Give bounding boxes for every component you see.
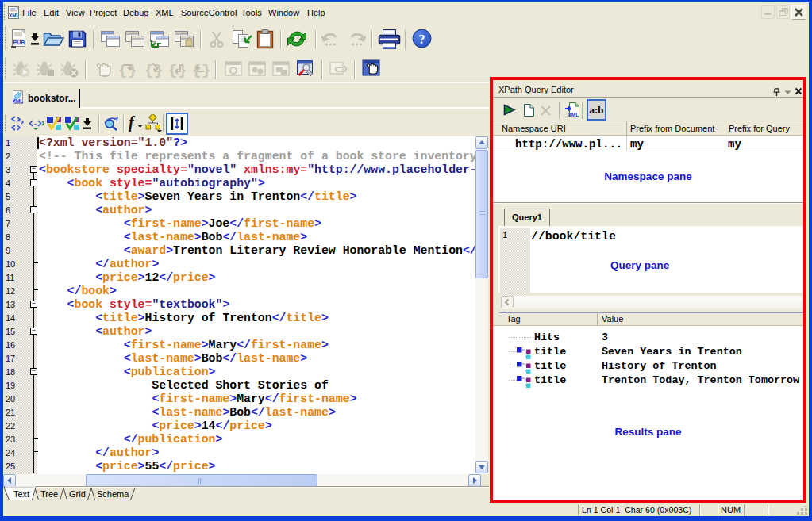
svg-text:Grid: Grid (69, 489, 86, 499)
svg-text:}: } (202, 62, 210, 79)
svg-text:Tree: Tree (40, 489, 58, 499)
svg-text:XML: XML (13, 98, 23, 104)
svg-text:f: f (129, 113, 136, 132)
svg-text:XML: XML (9, 13, 20, 18)
svg-text:XML: XML (568, 112, 579, 117)
svg-text:{: { (144, 62, 153, 79)
svg-text:{: { (192, 62, 201, 79)
svg-text:Text: Text (13, 489, 29, 499)
svg-text:Schema: Schema (97, 489, 129, 499)
svg-text:?: ? (419, 33, 425, 46)
svg-text:PUB: PUB (13, 40, 25, 45)
svg-text:}: } (178, 62, 187, 79)
